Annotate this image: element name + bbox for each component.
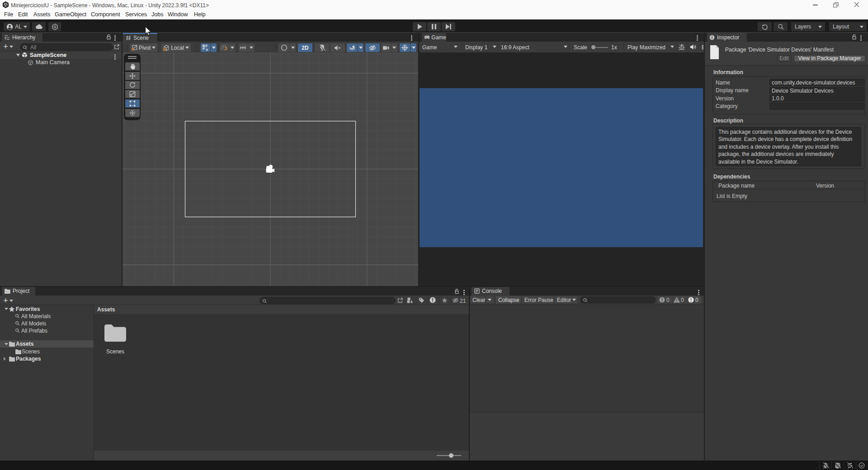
svg-text:Y: Y (206, 48, 208, 52)
